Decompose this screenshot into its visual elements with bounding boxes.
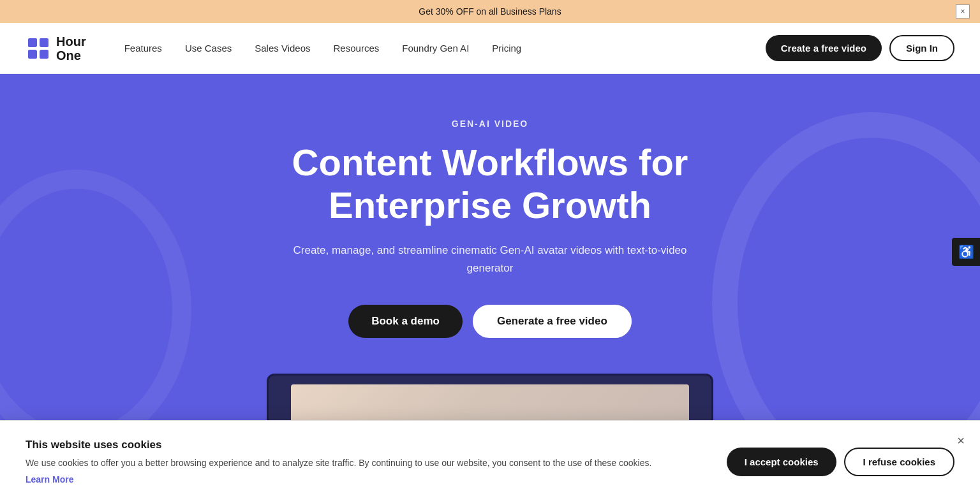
navbar: HourOne Features Use Cases Sales Videos … — [0, 23, 980, 74]
logo-link[interactable]: HourOne — [26, 34, 86, 62]
banner-text: Get 30% OFF on all Business Plans — [419, 6, 561, 17]
refuse-cookies-button[interactable]: I refuse cookies — [844, 448, 954, 476]
cookie-text-area: This website uses cookies We use cookies… — [26, 439, 701, 485]
nav-resources[interactable]: Resources — [334, 43, 380, 54]
cookie-title: This website uses cookies — [26, 439, 701, 451]
nav-use-cases[interactable]: Use Cases — [185, 43, 232, 54]
top-banner: Get 30% OFF on all Business Plans × — [0, 0, 980, 23]
accessibility-icon: ♿ — [958, 244, 974, 259]
hero-title: Content Workflows for Enterprise Growth — [241, 142, 739, 226]
nav-links: Features Use Cases Sales Videos Resource… — [124, 43, 766, 54]
logo-icon — [26, 36, 51, 61]
signin-button[interactable]: Sign In — [889, 35, 954, 61]
svg-rect-2 — [28, 50, 37, 59]
cookie-actions: I accept cookies I refuse cookies — [727, 448, 954, 476]
cookie-banner: This website uses cookies We use cookies… — [0, 420, 980, 501]
nav-foundry[interactable]: Foundry Gen AI — [402, 43, 469, 54]
create-free-video-button[interactable]: Create a free video — [766, 35, 882, 61]
cookie-learn-more-link[interactable]: Learn More — [26, 474, 73, 485]
banner-close-button[interactable]: × — [956, 4, 970, 18]
hero-subtitle: Create, manage, and streamline cinematic… — [279, 242, 701, 276]
svg-rect-3 — [40, 50, 48, 59]
svg-rect-1 — [40, 38, 48, 47]
svg-point-4 — [36, 46, 41, 51]
generate-free-video-button[interactable]: Generate a free video — [473, 305, 632, 338]
hero-tag: GEN-AI VIDEO — [452, 119, 528, 129]
book-demo-button[interactable]: Book a demo — [348, 305, 463, 338]
nav-sales-videos[interactable]: Sales Videos — [255, 43, 310, 54]
nav-pricing[interactable]: Pricing — [492, 43, 521, 54]
svg-rect-0 — [28, 38, 37, 47]
nav-actions: Create a free video Sign In — [766, 35, 954, 61]
accessibility-button[interactable]: ♿ — [952, 238, 980, 266]
hero-buttons: Book a demo Generate a free video — [348, 305, 632, 338]
nav-features[interactable]: Features — [124, 43, 162, 54]
cookie-close-button[interactable]: × — [957, 434, 965, 448]
cookie-desc: We use cookies to offer you a better bro… — [26, 456, 701, 470]
accept-cookies-button[interactable]: I accept cookies — [727, 448, 836, 476]
logo-text: HourOne — [56, 34, 86, 62]
